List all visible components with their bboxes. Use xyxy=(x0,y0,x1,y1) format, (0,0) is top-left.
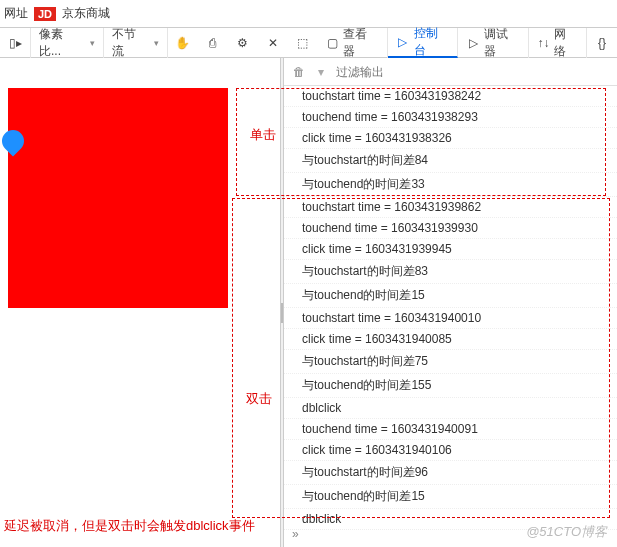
more-button[interactable]: {} xyxy=(587,28,617,58)
log-line: 与touchstart的时间差83 xyxy=(284,260,617,284)
log-line: touchend time = 1603431940091 xyxy=(284,419,617,440)
address-bar: 网址 JD 京东商城 xyxy=(0,0,617,28)
log-line: touchstart time = 1603431939862 xyxy=(284,197,617,218)
console-filter-row: 🗑 ▾ xyxy=(284,58,617,86)
console-pane: 🗑 ▾ touchstart time = 1603431938242touch… xyxy=(284,58,617,547)
log-line: 与touchend的时间差15 xyxy=(284,485,617,509)
log-line: 与touchstart的时间差96 xyxy=(284,461,617,485)
log-line: click time = 1603431939945 xyxy=(284,239,617,260)
watermark: @51CTO博客 xyxy=(526,523,607,541)
camera-icon: ⎙ xyxy=(206,36,220,50)
console-prompt-icon[interactable]: » xyxy=(292,527,299,541)
gear-icon: ⚙ xyxy=(236,36,250,50)
close-icon: ✕ xyxy=(266,36,280,50)
braces-icon: {} xyxy=(595,36,609,50)
devtools-toolbar: ▯▸ 像素比...▾ 不节流▾ ✋ ⎙ ⚙ ✕ ⬚ ▢查看器 ▷控制台 ▷调试器… xyxy=(0,28,617,58)
tab-debugger[interactable]: ▷调试器 xyxy=(458,28,528,58)
filter-input[interactable] xyxy=(336,65,436,79)
touch-icon: ✋ xyxy=(176,36,190,50)
log-line: 与touchstart的时间差75 xyxy=(284,350,617,374)
log-line: 与touchend的时间差155 xyxy=(284,374,617,398)
picker-button[interactable]: ⬚ xyxy=(288,28,318,58)
tab-inspector[interactable]: ▢查看器 xyxy=(318,28,388,58)
log-line: click time = 1603431940085 xyxy=(284,329,617,350)
water-drop-icon xyxy=(0,125,29,156)
log-line: click time = 1603431940106 xyxy=(284,440,617,461)
console-log-area[interactable]: touchstart time = 1603431938242touchend … xyxy=(284,86,617,547)
jd-badge-icon: JD xyxy=(34,7,56,21)
test-element[interactable] xyxy=(8,88,228,308)
log-line: 与touchend的时间差15 xyxy=(284,284,617,308)
trash-icon[interactable]: 🗑 xyxy=(292,65,306,79)
device-icon: ▯▸ xyxy=(8,36,22,50)
log-line: 与touchend的时间差33 xyxy=(284,173,617,197)
log-line: touchend time = 1603431938293 xyxy=(284,107,617,128)
tab-console[interactable]: ▷控制台 xyxy=(388,28,458,58)
throttle-select[interactable]: 不节流▾ xyxy=(104,28,167,58)
grip-icon xyxy=(281,303,283,323)
touch-toggle[interactable]: ✋ xyxy=(168,28,198,58)
debugger-icon: ▷ xyxy=(466,36,480,50)
funnel-icon: ▾ xyxy=(314,65,328,79)
jd-site-title: 京东商城 xyxy=(62,5,110,22)
responsive-toggle[interactable]: ▯▸ xyxy=(0,28,31,58)
picker-icon: ⬚ xyxy=(296,36,310,50)
tab-network[interactable]: ↑↓网络 xyxy=(529,28,587,58)
preview-pane xyxy=(0,58,280,547)
close-button[interactable]: ✕ xyxy=(258,28,288,58)
settings-button[interactable]: ⚙ xyxy=(228,28,258,58)
log-line: dblclick xyxy=(284,398,617,419)
console-icon: ▷ xyxy=(396,35,410,49)
log-line: touchend time = 1603431939930 xyxy=(284,218,617,239)
footer-annotation: 延迟被取消，但是双击时会触发dblclick事件 xyxy=(4,517,255,535)
log-line: touchstart time = 1603431938242 xyxy=(284,86,617,107)
screenshot-button[interactable]: ⎙ xyxy=(198,28,228,58)
address-label: 网址 xyxy=(4,5,28,22)
pixel-ratio-select[interactable]: 像素比...▾ xyxy=(31,28,104,58)
log-line: 与touchstart的时间差84 xyxy=(284,149,617,173)
inspector-icon: ▢ xyxy=(326,36,340,50)
log-line: touchstart time = 1603431940010 xyxy=(284,308,617,329)
log-line: click time = 1603431938326 xyxy=(284,128,617,149)
network-icon: ↑↓ xyxy=(537,36,551,50)
